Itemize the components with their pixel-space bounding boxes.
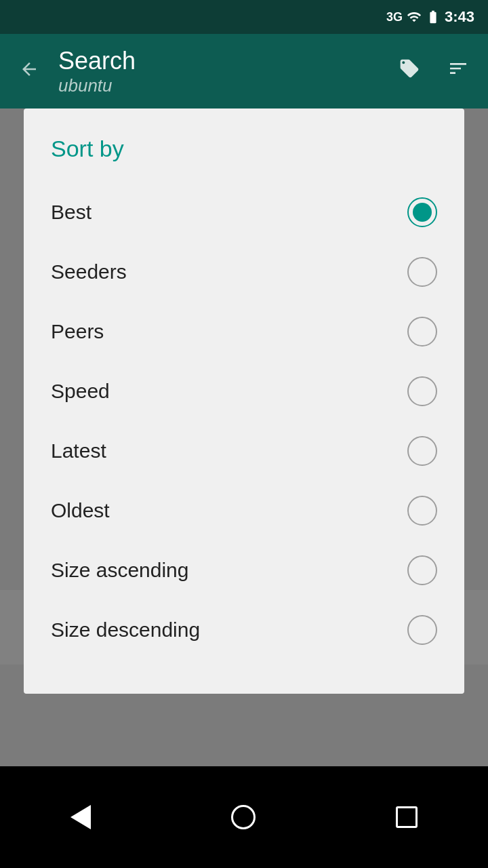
dialog-title: Sort by	[51, 136, 437, 162]
back-button[interactable]	[14, 52, 45, 91]
sort-option-size-ascending-label: Size ascending	[51, 559, 188, 582]
sort-option-oldest-label: Oldest	[51, 499, 110, 522]
navigation-bar	[0, 766, 488, 868]
toolbar-title-group: Search ubuntu	[58, 47, 380, 96]
sort-option-best[interactable]: Best	[51, 182, 437, 242]
status-icons: 3G 3:43	[386, 8, 474, 26]
sort-option-seeders[interactable]: Seeders	[51, 242, 437, 302]
sort-option-seeders-radio[interactable]	[407, 257, 437, 287]
sort-option-oldest[interactable]: Oldest	[51, 481, 437, 540]
sort-option-size-descending-label: Size descending	[51, 618, 200, 642]
sort-option-best-radio[interactable]	[407, 197, 437, 227]
status-bar: 3G 3:43	[0, 0, 488, 34]
toolbar-subtitle: ubuntu	[58, 75, 380, 96]
clock: 3:43	[445, 8, 474, 26]
recents-square-icon	[396, 806, 418, 828]
nav-back-button[interactable]	[50, 798, 111, 836]
sort-icon[interactable]	[442, 52, 474, 90]
background-content: Sort by Best Seeders Peers Speed Latest	[0, 108, 488, 766]
tag-icon[interactable]	[393, 52, 426, 90]
sort-option-size-descending[interactable]: Size descending	[51, 600, 437, 660]
sort-option-oldest-radio[interactable]	[407, 496, 437, 526]
toolbar-actions	[393, 52, 474, 90]
back-triangle-icon	[70, 805, 91, 829]
sort-option-best-label: Best	[51, 201, 92, 224]
sort-option-peers-radio[interactable]	[407, 317, 437, 347]
sort-option-latest-label: Latest	[51, 439, 106, 462]
sort-option-peers[interactable]: Peers	[51, 302, 437, 361]
signal-icon	[407, 9, 422, 24]
network-indicator: 3G	[386, 10, 403, 24]
nav-recents-button[interactable]	[375, 800, 438, 835]
sort-option-latest-radio[interactable]	[407, 436, 437, 466]
sort-option-speed[interactable]: Speed	[51, 361, 437, 421]
sort-option-size-descending-radio[interactable]	[407, 615, 437, 645]
home-circle-icon	[231, 805, 256, 829]
sort-option-speed-radio[interactable]	[407, 376, 437, 406]
battery-icon	[426, 9, 441, 24]
toolbar-title: Search	[58, 47, 380, 75]
toolbar: Search ubuntu	[0, 34, 488, 108]
sort-option-latest[interactable]: Latest	[51, 421, 437, 481]
nav-home-button[interactable]	[211, 798, 276, 836]
sort-dialog: Sort by Best Seeders Peers Speed Latest	[24, 108, 464, 694]
sort-option-size-ascending[interactable]: Size ascending	[51, 540, 437, 600]
sort-option-size-ascending-radio[interactable]	[407, 555, 437, 585]
sort-option-seeders-label: Seeders	[51, 260, 127, 283]
sort-option-speed-label: Speed	[51, 380, 110, 403]
sort-option-peers-label: Peers	[51, 320, 104, 343]
